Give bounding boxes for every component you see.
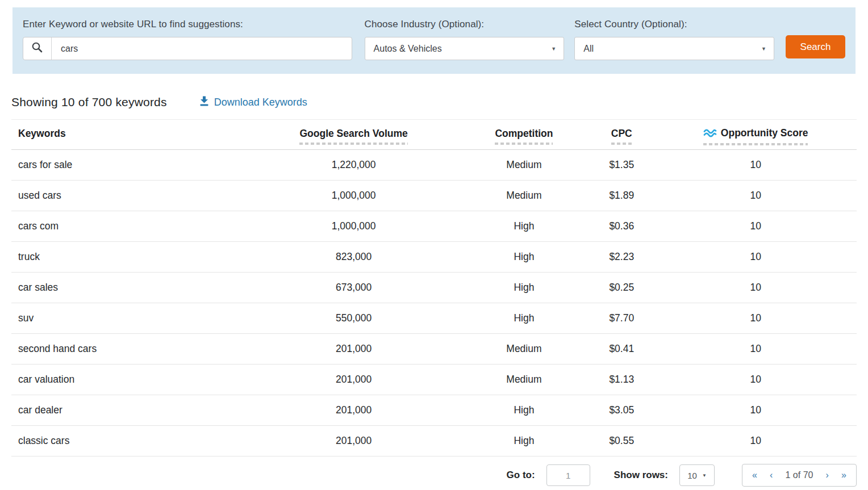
table-row: car valuation201,000Medium$1.1310 [11,365,857,395]
page-indicator: 1 of 70 [786,470,813,480]
cell-cpc: $1.35 [589,150,654,181]
cell-opportunity-score: 10 [654,426,857,457]
table-row: used cars1,000,000Medium$1.8910 [11,181,857,211]
download-link-label: Download Keywords [214,97,307,108]
column-header-keywords: Keywords [11,120,248,150]
keyword-field-group: Enter Keyword or website URL to find sug… [23,19,352,60]
table-row: truck823,000High$2.2310 [11,242,857,273]
cell-keyword: classic cars [11,426,248,457]
showing-count-text: Showing 10 of 700 keywords [11,95,167,109]
cell-cpc: $2.23 [589,242,654,273]
country-selected-value: All [583,44,594,54]
industry-selected-value: Autos & Vehicles [374,44,442,54]
last-page-button[interactable]: » [841,471,846,480]
show-rows-select[interactable]: 10 ▼ [679,464,715,486]
chevron-down-icon: ▼ [702,473,707,478]
cell-competition: Medium [460,365,589,395]
show-rows-selected-value: 10 [687,471,697,480]
cell-cpc: $0.36 [589,211,654,242]
cell-opportunity-score: 10 [654,181,857,211]
industry-field-label: Choose Industry (Optional): [365,19,565,30]
cell-competition: High [460,395,589,426]
cell-keyword: cars com [11,211,248,242]
table-row: car sales673,000High$0.2510 [11,273,857,303]
cell-cpc: $3.05 [589,395,654,426]
cell-keyword: second hand cars [11,334,248,365]
table-row: suv550,000High$7.7010 [11,303,857,334]
cell-opportunity-score: 10 [654,242,857,273]
cell-cpc: $0.55 [589,426,654,457]
cell-cpc: $7.70 [589,303,654,334]
cell-search-volume: 201,000 [248,334,460,365]
country-field-group: Select Country (Optional): All ▼ [574,19,774,60]
cell-search-volume: 201,000 [248,365,460,395]
cell-opportunity-score: 10 [654,334,857,365]
table-row: car dealer201,000High$3.0510 [11,395,857,426]
cell-cpc: $0.25 [589,273,654,303]
next-page-button[interactable]: › [826,471,829,480]
cell-search-volume: 1,000,000 [248,211,460,242]
search-panel: Enter Keyword or website URL to find sug… [12,7,856,74]
cell-cpc: $0.41 [589,334,654,365]
search-button[interactable]: Search [786,35,845,58]
table-footer: Go to: Show rows: 10 ▼ « ‹ 1 of 70 › » [11,462,857,488]
country-field-label: Select Country (Optional): [574,19,774,30]
search-icon [31,41,43,56]
table-row: second hand cars201,000Medium$0.4110 [11,334,857,365]
download-icon [199,95,210,109]
cell-opportunity-score: 10 [654,365,857,395]
chevron-down-icon: ▼ [551,46,556,52]
previous-page-button[interactable]: ‹ [770,471,773,480]
keyword-table-container: Keywords Google Search Volume Competitio… [11,119,857,457]
cell-keyword: used cars [11,181,248,211]
cell-keyword: truck [11,242,248,273]
cell-competition: High [460,273,589,303]
goto-page-input[interactable] [546,464,590,486]
cell-keyword: car dealer [11,395,248,426]
column-header-cpc[interactable]: CPC [589,120,654,150]
keyword-field-label: Enter Keyword or website URL to find sug… [23,19,352,30]
table-row: classic cars201,000High$0.5510 [11,426,857,457]
keyword-input[interactable] [52,37,352,60]
show-rows-label: Show rows: [614,470,668,481]
cell-competition: High [460,303,589,334]
cell-competition: High [460,426,589,457]
table-row: cars for sale1,220,000Medium$1.3510 [11,150,857,181]
table-header: Keywords Google Search Volume Competitio… [11,120,857,150]
waves-icon [703,128,717,140]
cell-competition: Medium [460,150,589,181]
first-page-button[interactable]: « [752,471,757,480]
cell-competition: High [460,211,589,242]
chevron-down-icon: ▼ [761,46,766,52]
cell-keyword: car sales [11,273,248,303]
cell-competition: High [460,242,589,273]
search-icon-button[interactable] [23,37,52,60]
cell-search-volume: 1,000,000 [248,181,460,211]
cell-search-volume: 201,000 [248,395,460,426]
results-header: Showing 10 of 700 keywords Download Keyw… [11,95,856,109]
cell-search-volume: 673,000 [248,273,460,303]
cell-opportunity-score: 10 [654,303,857,334]
keyword-table: Keywords Google Search Volume Competitio… [11,119,857,457]
cell-keyword: cars for sale [11,150,248,181]
cell-keyword: suv [11,303,248,334]
cell-search-volume: 550,000 [248,303,460,334]
column-header-search-volume[interactable]: Google Search Volume [248,120,460,150]
cell-search-volume: 1,220,000 [248,150,460,181]
download-keywords-link[interactable]: Download Keywords [199,95,307,109]
goto-label: Go to: [507,470,535,481]
column-header-competition[interactable]: Competition [460,120,589,150]
keyword-search-box [23,37,352,60]
column-header-opportunity-score[interactable]: Opportunity Score [654,120,857,150]
keyword-table-body: cars for sale1,220,000Medium$1.3510used … [11,150,857,457]
industry-field-group: Choose Industry (Optional): Autos & Vehi… [365,19,565,60]
pagination: « ‹ 1 of 70 › » [742,464,857,487]
cell-opportunity-score: 10 [654,273,857,303]
cell-opportunity-score: 10 [654,211,857,242]
table-row: cars com1,000,000High$0.3610 [11,211,857,242]
industry-select[interactable]: Autos & Vehicles ▼ [365,37,565,60]
cell-search-volume: 823,000 [248,242,460,273]
cell-competition: Medium [460,334,589,365]
country-select[interactable]: All ▼ [574,37,774,60]
cell-competition: Medium [460,181,589,211]
